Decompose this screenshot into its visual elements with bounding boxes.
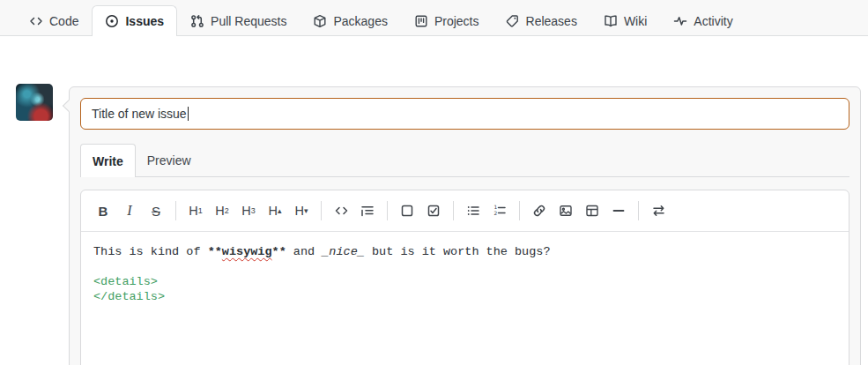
- toolbar-divider: [638, 201, 639, 220]
- misspelled-word: wisywig: [222, 245, 272, 258]
- toolbar-divider: [387, 201, 388, 220]
- tab-issues[interactable]: Issues: [92, 5, 177, 36]
- new-issue-form-area: Title of new issue Write Preview B I S H…: [0, 36, 868, 50]
- switch-editor-button[interactable]: [647, 198, 670, 223]
- heading-1-button[interactable]: H1: [184, 198, 207, 223]
- strikethrough-button[interactable]: S: [145, 198, 167, 223]
- tab-label: Releases: [526, 14, 577, 28]
- tab-packages[interactable]: Packages: [300, 5, 400, 35]
- code-icon: [29, 14, 43, 28]
- tab-label: Pull Requests: [211, 14, 286, 28]
- tab-activity[interactable]: Activity: [660, 5, 746, 35]
- text-caret: [188, 107, 189, 121]
- heading-2-button[interactable]: H2: [211, 198, 234, 223]
- tab-label: Projects: [434, 14, 479, 28]
- heading-lower-button[interactable]: H▾: [290, 198, 313, 223]
- comment-arrow: [63, 100, 75, 112]
- pulse-icon: [673, 14, 687, 28]
- editor-line: This is kind of **wisywig** and _nice_ b…: [93, 244, 836, 259]
- heading-raise-button[interactable]: H▴: [263, 198, 286, 223]
- tag-icon: [506, 14, 520, 28]
- checkbox-checked-button[interactable]: [422, 198, 445, 223]
- tab-label: Wiki: [624, 14, 647, 28]
- bold-button[interactable]: B: [92, 198, 115, 223]
- issue-title-text: Title of new issue: [92, 107, 187, 121]
- tab-releases[interactable]: Releases: [493, 5, 590, 35]
- code-icon: [334, 204, 349, 218]
- editor-line: <details>: [93, 274, 836, 289]
- toolbar-divider: [321, 201, 322, 220]
- editor-line: </details>: [93, 289, 836, 304]
- repo-tab-bar: Code Issues Pull Requests Packages Proje…: [0, 0, 868, 36]
- markdown-toolbar: B I S H1 H2 H3 H▴ H▾ 12: [81, 190, 849, 232]
- tab-preview[interactable]: Preview: [136, 144, 203, 176]
- tab-label: Code: [49, 14, 78, 28]
- checkbox-empty-icon: [400, 204, 414, 218]
- horizontal-rule-button[interactable]: [607, 198, 630, 223]
- code-button[interactable]: [330, 198, 352, 223]
- issue-title-input[interactable]: Title of new issue: [80, 98, 849, 130]
- tab-label: Issues: [125, 14, 164, 28]
- list-unordered-button[interactable]: [462, 198, 485, 223]
- tab-write[interactable]: Write: [80, 144, 136, 177]
- link-button[interactable]: [528, 198, 551, 223]
- editor-tab-bar: Write Preview: [80, 144, 849, 177]
- image-button[interactable]: [554, 198, 577, 223]
- markdown-editor: B I S H1 H2 H3 H▴ H▾ 12: [80, 190, 849, 365]
- issue-opened-icon: [105, 14, 119, 28]
- package-icon: [313, 14, 327, 28]
- table-button[interactable]: [581, 198, 604, 223]
- quote-button[interactable]: [356, 198, 379, 223]
- horizontal-rule-icon: [612, 204, 626, 218]
- book-icon: [604, 14, 618, 28]
- quote-icon: [360, 204, 375, 218]
- list-ordered-icon: 12: [493, 204, 507, 218]
- tab-code[interactable]: Code: [16, 5, 92, 35]
- table-icon: [585, 204, 599, 218]
- html-tag: </details>: [93, 290, 165, 303]
- editor-line: [93, 259, 836, 274]
- image-icon: [559, 204, 573, 218]
- list-unordered-icon: [466, 204, 480, 218]
- toolbar-divider: [453, 201, 454, 220]
- editor-content[interactable]: This is kind of **wisywig** and _nice_ b…: [81, 232, 849, 365]
- checkbox-checked-icon: [427, 204, 441, 218]
- link-icon: [532, 204, 546, 218]
- tab-wiki[interactable]: Wiki: [590, 5, 660, 35]
- html-tag: <details>: [93, 275, 158, 288]
- checkbox-empty-button[interactable]: [396, 198, 419, 223]
- switch-editor-icon: [651, 204, 666, 218]
- tab-pull-requests[interactable]: Pull Requests: [177, 5, 300, 35]
- list-ordered-button[interactable]: 12: [488, 198, 511, 223]
- italic-button[interactable]: I: [118, 198, 141, 223]
- heading-3-button[interactable]: H3: [237, 198, 260, 223]
- tab-label: Packages: [333, 14, 387, 28]
- user-avatar: [16, 84, 53, 121]
- tab-label: Activity: [694, 14, 732, 28]
- tab-projects[interactable]: Projects: [401, 5, 493, 35]
- toolbar-divider: [519, 201, 520, 220]
- issue-comment-box: Title of new issue Write Preview B I S H…: [69, 86, 861, 365]
- svg-text:2: 2: [493, 210, 497, 216]
- git-pull-request-icon: [190, 14, 204, 28]
- project-icon: [414, 14, 428, 28]
- toolbar-divider: [175, 201, 176, 220]
